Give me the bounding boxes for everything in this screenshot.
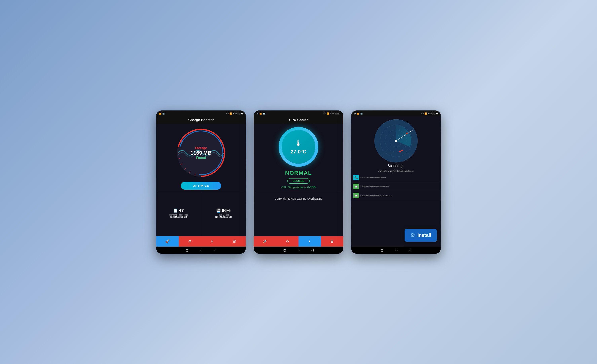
android-app-icon-1: 🤖 [353, 184, 359, 189]
temp-circle-inner: 🌡 27.0°C [282, 130, 315, 164]
temp-good-text: CPU Temperature is GOOD [281, 186, 316, 189]
signal-icon-3: 📶 [357, 113, 359, 115]
temp-circle-outer: 🌡 27.0°C [279, 127, 318, 167]
nav-item-temp[interactable]: 🌡 [201, 236, 223, 246]
signal-bars-3: 📶 [424, 112, 427, 115]
status-bar-3: 🖼 📶 🔄 45 📶 61% 21:03 [351, 111, 441, 116]
network-badge-3: 45 [422, 112, 424, 115]
clean-nav-icon: ♻ [188, 239, 191, 244]
bottom-nav-1: 🚀 ♻ 🌡 🗑 [156, 236, 246, 246]
gauge-storage-label: Storage [190, 146, 212, 150]
back-nav-icon-2[interactable]: ◁ [311, 249, 314, 252]
stat-card-processes: 📄 47 Running Processes 1234 MB/ 2,85 GB [156, 192, 201, 234]
back-nav-icon-1[interactable]: ◁ [214, 249, 216, 252]
phone-icon-symbol: 📞 [354, 176, 358, 179]
install-label: Install [417, 232, 431, 238]
phone-app-icon: 📞 [353, 175, 359, 180]
scan-item-2: 🤖 /data/user/0/com.baidu.map.location [351, 182, 441, 191]
nav-item-temp-2[interactable]: 🌡 [298, 236, 321, 246]
app-title-2: CPU Cooler [289, 118, 308, 122]
phone-screen-1: 📶 🔄 45 📶 61% 21:03 Charge Booster [156, 111, 246, 254]
home-nav-icon-1[interactable]: ⌂ [200, 249, 202, 252]
time-1: 21:03 [237, 112, 243, 115]
status-right-2: 45 📶 61% 21:03 [324, 112, 340, 115]
nav-item-boost-2[interactable]: 🚀 [254, 236, 276, 246]
scan-path-1: /data/user/0/com.android.phone [360, 176, 386, 179]
app-header-1: Charge Booster [156, 116, 246, 124]
cpu-icon: 💾 [216, 208, 221, 213]
system-nav-3: ▢ ⌂ ◁ [351, 246, 441, 254]
status-right-1: 45 📶 61% 21:03 [227, 112, 243, 115]
clean-nav-icon-2: ♻ [286, 239, 289, 244]
network-badge-1: 45 [227, 112, 229, 115]
ram-label: Ram Usage [218, 214, 229, 216]
status-bar-1: 📶 🔄 45 📶 61% 21:03 [156, 111, 246, 116]
gauge-found-label: Found [190, 156, 212, 159]
nav-item-clean[interactable]: ♻ [179, 236, 201, 246]
charge-booster-body: Storage 1169 MB Found OPTIMIZE 📄 47 Runn… [156, 124, 246, 236]
svg-point-37 [406, 133, 408, 134]
square-nav-icon-2[interactable]: ▢ [283, 249, 286, 252]
image-icon-3: 🖼 [354, 113, 356, 115]
cpu-cooler-body: 🌡 27.0°C NORMAL COOLED CPU Temperature i… [254, 124, 343, 236]
app-title-1: Charge Booster [188, 118, 214, 122]
image-icon-2: 🖼 [257, 113, 258, 115]
cooled-badge: COOLED [287, 178, 310, 184]
stat-icon-row-processes: 📄 47 [173, 208, 184, 213]
status-bar-2: 🖼 📶 🔄 45 📶 61% 21:03 [254, 111, 343, 116]
optimize-button[interactable]: OPTIMIZE [181, 182, 221, 190]
nav-item-trash-2[interactable]: 🗑 [321, 236, 344, 246]
time-2: 21:03 [335, 112, 340, 115]
ram-number: 86% [222, 208, 231, 213]
sync-icon-2: 🔄 [263, 113, 265, 115]
phone-screen-2: 🖼 📶 🔄 45 📶 61% 21:03 CPU Cooler 🌡 27.0°C… [254, 111, 343, 254]
back-nav-icon-3[interactable]: ◁ [409, 249, 411, 252]
temp-nav-icon: 🌡 [210, 239, 214, 243]
square-nav-icon-3[interactable]: ▢ [381, 249, 384, 252]
time-3: 21:03 [432, 112, 438, 115]
signal-icon-2: 📶 [259, 113, 262, 115]
no-app-text: Currently No App causing Overheating [271, 193, 326, 233]
screens-container: 📶 🔄 45 📶 61% 21:03 Charge Booster [156, 111, 441, 254]
status-left-2: 🖼 📶 🔄 [257, 113, 265, 115]
home-nav-icon-3[interactable]: ⌂ [395, 249, 397, 252]
bottom-nav-2: 🚀 ♻ 🌡 🗑 [254, 236, 343, 246]
radar-svg [374, 119, 418, 163]
svg-point-39 [399, 151, 401, 152]
android-icon-symbol-2: 🤖 [355, 194, 358, 197]
ram-sub: 1264 MB/ 2,85 GB [215, 216, 232, 218]
battery-2: 61% [330, 112, 334, 115]
signal-bars-1: 📶 [229, 112, 232, 115]
scan-top-path: /system/priv-app/Contacts/Contacts.apk [351, 169, 441, 173]
scan-dot: . [404, 164, 405, 168]
install-gear-icon: ⚙ [410, 232, 415, 239]
signal-icon-1: 📶 [159, 113, 161, 115]
sync-icon-1: 🔄 [162, 113, 165, 115]
thermometer-icon: 🌡 [295, 139, 302, 148]
home-nav-icon-2[interactable]: ⌂ [298, 249, 299, 252]
square-nav-icon-1[interactable]: ▢ [186, 249, 189, 252]
scan-path-2: /data/user/0/com.baidu.map.location [360, 185, 389, 188]
scan-item-3: 🤖 /data/user/0/com.mediatek.miravision.u… [351, 191, 441, 200]
processes-label: Running Processes [169, 214, 188, 216]
sync-icon-3: 🔄 [360, 113, 362, 115]
nav-item-trash[interactable]: 🗑 [223, 236, 246, 246]
status-right-3: 45 📶 61% 21:03 [422, 112, 438, 115]
temp-nav-icon-2: 🌡 [308, 239, 311, 243]
battery-3: 61% [428, 112, 432, 115]
gauge-value: 1169 MB [190, 150, 212, 156]
scan-label: Scanning . [387, 164, 404, 168]
system-nav-1: ▢ ⌂ ◁ [156, 246, 246, 254]
status-left-3: 🖼 📶 🔄 [354, 113, 362, 115]
nav-item-boost[interactable]: 🚀 [156, 236, 179, 246]
scan-item-1: 📞 /data/user/0/com.android.phone [351, 173, 441, 182]
temperature-value: 27.0°C [291, 149, 306, 155]
install-button[interactable]: ⚙ Install [405, 229, 437, 242]
gauge-container: Storage 1169 MB Found [175, 127, 227, 179]
stat-card-ram: 💾 86% Ram Usage 1264 MB/ 2,85 GB [201, 192, 246, 234]
radar-container [374, 119, 418, 163]
boost-nav-icon: 🚀 [165, 239, 170, 244]
nav-item-clean-2[interactable]: ♻ [276, 236, 299, 246]
scan-path-3: /data/user/0/com.mediatek.miravision.ui [360, 194, 392, 197]
stat-icon-row-ram: 💾 86% [216, 208, 231, 213]
